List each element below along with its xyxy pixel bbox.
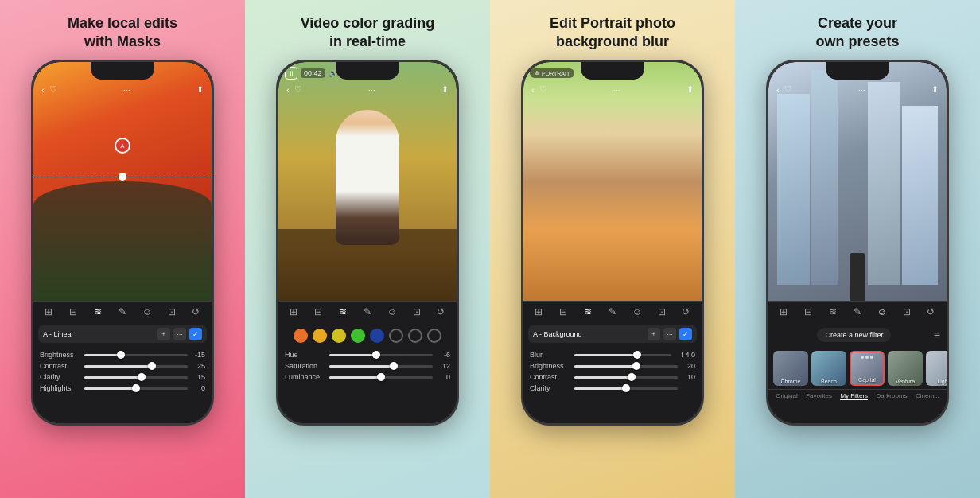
mask-icon[interactable]: ≋ [90,306,106,317]
phone-2: ‹ ♡ ··· ⬆ ⏸ 00:42 🔊 ⊞ ⊟ ≋ ✎ ☺ ⊡ [276,60,459,426]
history-icon-4[interactable]: ↺ [923,306,939,317]
hue-slider[interactable] [329,354,433,356]
tab-darkrooms[interactable]: Darkrooms [876,392,907,400]
edit-icon-3[interactable]: ✎ [605,306,620,317]
clarity-slider-3[interactable] [574,387,678,390]
phone-1-image: A [33,62,212,301]
control-luminance: Luminance 0 [285,373,450,381]
more-preset-btn[interactable]: ··· [173,328,186,340]
heart-icon: ♡ [49,84,57,95]
adjust-icon-4[interactable]: ⊟ [800,306,816,317]
person-silhouette [850,253,865,301]
panel-3-title: Edit Portrait photobackground blur [550,14,675,50]
control-clarity: Clarity 15 [40,373,205,381]
phone-4-image [768,62,947,301]
panel-presets: Create yourown presets ‹ ♡ ··· ⬆ [735,0,980,498]
face-icon[interactable]: ☺ [139,306,155,317]
panel-video: Video color gradingin real-time ‹ ♡ ··· … [245,0,490,498]
preset-beach[interactable]: Beach [811,351,846,386]
phone-1-controls: Brightness -15 Contrast 25 C [33,346,212,423]
confirm-preset-btn[interactable]: ✓ [189,328,202,340]
control-saturation: Saturation 12 [285,362,450,370]
share-icon-2: ⬆ [441,84,449,95]
preset-ventura[interactable]: Ventura [888,351,923,386]
frame-icon[interactable]: ⊡ [164,306,180,317]
color-green[interactable] [351,329,365,343]
tab-cinema[interactable]: Cinem... [916,392,939,400]
clarity-slider[interactable] [84,376,188,379]
contrast-slider[interactable] [84,365,188,368]
adjust-icon[interactable]: ⊟ [65,306,81,317]
tab-favorites[interactable]: Favorites [806,392,832,400]
dot-2 [865,356,869,359]
panel-1-title: Make local editswith Masks [68,14,177,50]
back-icon-2: ‹ [286,85,290,95]
color-dark-blue[interactable] [370,329,384,343]
phone-3-header: ‹ ♡ ··· ⬆ [523,80,702,96]
mask-icon-3[interactable]: ≋ [580,306,596,317]
color-yellow-orange[interactable] [313,329,327,343]
add-preset-btn[interactable]: + [158,328,170,340]
pause-btn[interactable]: ⏸ [285,67,298,80]
color-outline-3[interactable] [427,329,441,343]
edit-icon[interactable]: ✎ [115,306,130,317]
edit-icon-4[interactable]: ✎ [850,306,865,317]
crop-icon-3[interactable]: ⊞ [531,306,546,317]
building-2 [811,70,838,285]
preset-light[interactable]: Light [926,351,947,386]
luminance-value: 0 [436,373,450,381]
create-filter-btn[interactable]: Create a new filter [817,328,891,342]
history-icon-2[interactable]: ↺ [433,306,449,317]
confirm-preset-btn-3[interactable]: ✓ [679,328,692,340]
add-preset-btn-3[interactable]: + [648,328,660,340]
crop-icon[interactable]: ⊞ [41,306,56,317]
color-outline-1[interactable] [389,329,403,343]
mask-handle [119,173,126,181]
brightness-slider-3[interactable] [574,365,678,368]
heart-icon-2: ♡ [294,84,302,95]
adjust-icon-2[interactable]: ⊟ [310,306,326,317]
history-icon-3[interactable]: ↺ [678,306,694,317]
history-icon[interactable]: ↺ [188,306,204,317]
preset-chrome[interactable]: Chrome [773,351,808,386]
filter-list-icon[interactable]: ≡ [934,329,940,341]
crop-icon-4[interactable]: ⊞ [776,306,791,317]
color-icon-4[interactable]: ≋ [825,306,841,317]
contrast-slider-3[interactable] [574,376,678,379]
filter-icon-4[interactable]: ☺ [874,306,890,317]
phone-2-toolbar: ⊞ ⊟ ≋ ✎ ☺ ⊡ ↺ [278,301,457,322]
color-yellow[interactable] [332,329,346,343]
color-outline-2[interactable] [408,329,422,343]
control-contrast: Contrast 25 [40,362,205,370]
edit-icon-2[interactable]: ✎ [360,306,375,317]
brightness-label: Brightness [40,351,81,359]
color-icon-2[interactable]: ≋ [335,306,351,317]
face-icon-2[interactable]: ☺ [384,306,400,317]
tab-original[interactable]: Original [776,392,798,400]
face-icon-3[interactable]: ☺ [629,306,645,317]
crop-icon-2[interactable]: ⊞ [286,306,301,317]
preset-capital[interactable]: Capital [850,351,885,386]
luminance-slider[interactable] [329,376,433,379]
brightness-slider[interactable] [84,354,188,356]
preset-light-label: Light [926,379,947,384]
frame-icon-3[interactable]: ⊡ [654,306,670,317]
tab-my-filters[interactable]: My Filters [840,392,868,400]
saturation-slider[interactable] [329,365,433,368]
adjust-icon-3[interactable]: ⊟ [555,306,571,317]
filter-header-row: Create a new filter ≡ [768,322,947,348]
color-orange[interactable] [294,329,308,343]
clarity-label: Clarity [40,373,81,381]
clarity-value: 15 [191,373,205,381]
contrast-label-3: Contrast [530,373,571,381]
three-dots-indicator [851,356,883,359]
portrait-label: PORTRAIT [542,71,570,76]
highlights-slider[interactable] [84,387,188,390]
frame-icon-4[interactable]: ⊡ [899,306,915,317]
phone-2-header-left: ‹ ♡ [286,84,302,95]
more-preset-btn-3[interactable]: ··· [663,328,676,340]
frame-icon-2[interactable]: ⊡ [409,306,425,317]
blur-slider[interactable] [574,354,671,356]
phone-4-header: ‹ ♡ ··· ⬆ [768,80,947,96]
panel-portrait: Edit Portrait photobackground blur ‹ ♡ ·… [490,0,735,498]
